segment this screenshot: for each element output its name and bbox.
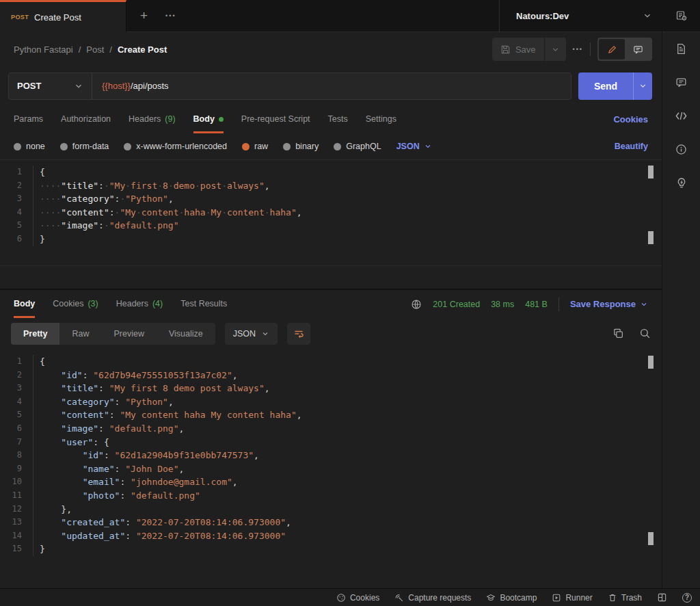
pull-request-button[interactable] [662,166,700,200]
edit-mode-button[interactable] [599,39,625,60]
tab-authorization[interactable]: Authorization [61,105,111,133]
url-input[interactable]: {{host}}/api/posts [92,81,178,91]
code-line: 1{ [0,166,662,179]
response-tab-body[interactable]: Body [14,290,35,318]
tab-settings[interactable]: Settings [366,105,396,133]
view-visualize[interactable]: Visualize [157,323,215,345]
status-code[interactable]: 201 Created [433,300,480,309]
code-snippet-button[interactable] [662,99,700,133]
body-type-none[interactable]: none [14,142,45,151]
tab-headers[interactable]: Headers(9) [129,105,176,133]
code-line: 11 "photo": "default.png" [0,489,662,503]
language-select[interactable]: JSON [396,142,432,151]
search-icon[interactable] [639,328,651,339]
line-number: 8 [0,449,33,462]
new-tab-button[interactable]: + [140,8,148,23]
globe-icon[interactable] [411,299,422,310]
statusbar-panel-layout[interactable] [657,592,667,603]
line-number: 2 [0,369,33,382]
statusbar-bootcamp[interactable]: Bootcamp [486,593,537,603]
body-type-binary[interactable]: binary [283,142,319,151]
panel-layout-icon [657,592,667,603]
tab-pre-request-script[interactable]: Pre-request Script [241,105,310,133]
view-pretty[interactable]: Pretty [11,323,59,345]
request-more-button[interactable]: ••• [573,46,583,53]
breadcrumb-request-name[interactable]: Create Post [118,44,167,55]
copy-icon[interactable] [612,328,624,339]
tab-tests[interactable]: Tests [328,105,348,133]
body-type-raw[interactable]: raw [242,142,268,151]
line-number: 10 [0,475,33,489]
comments-button[interactable] [625,39,651,60]
response-tabs: Body Cookies(3) Headers(4) Test Results … [0,290,662,318]
url-variable: {{host}} [102,81,131,91]
response-time[interactable]: 38 ms [491,300,514,309]
save-icon [500,44,511,55]
statusbar-capture-requests[interactable]: Capture requests [394,593,471,603]
statusbar-cookies[interactable]: Cookies [336,593,379,603]
breadcrumb[interactable]: Python Fastapi / Post / Create Post [14,44,167,55]
send-options-button[interactable] [633,73,652,100]
cookies-link[interactable]: Cookies [613,114,648,124]
response-tab-headers[interactable]: Headers(4) [116,290,163,318]
send-button[interactable]: Send [578,81,633,92]
tab-options-button[interactable]: ••• [165,12,176,19]
method-select[interactable]: POST [9,73,92,99]
save-label: Save [515,44,536,55]
response-toolbar: Pretty Raw Preview Visualize JSON [0,318,662,349]
cookies-count: (3) [88,299,98,308]
documentation-button[interactable] [662,32,700,66]
beautify-link[interactable]: Beautify [615,142,648,151]
documentation-icon [675,43,687,55]
tab-body[interactable]: Body [193,105,224,133]
statusbar-trash[interactable]: Trash [608,593,642,603]
comments-sidebar-button[interactable] [662,66,700,99]
environment-quick-look-button[interactable] [662,0,700,32]
save-response-button[interactable]: Save Response [570,299,648,309]
line-number: 5 [0,219,33,233]
method-badge: POST [11,14,29,21]
chevron-down-icon [74,81,83,91]
request-header: Python Fastapi / Post / Create Post Save… [0,32,662,66]
line-number: 7 [0,436,33,449]
body-type-urlencoded[interactable]: x-www-form-urlencoded [124,142,227,151]
editor-scrollbar-area[interactable] [0,266,662,289]
statusbar-runner[interactable]: Runner [552,593,592,603]
line-number: 12 [0,503,33,516]
response-tab-test-results[interactable]: Test Results [180,290,227,318]
code-line: 5····"image":·"default.png" [0,219,662,233]
response-size[interactable]: 481 B [525,300,548,309]
chevron-down-icon [643,11,652,21]
body-type-graphql[interactable]: GraphQL [334,142,381,151]
statusbar-help[interactable]: ? [682,593,692,603]
environment-selector[interactable]: Natours:Dev [499,0,662,31]
breadcrumb-folder[interactable]: Post [86,44,104,55]
line-number: 11 [0,489,33,503]
headers-count: (4) [152,299,163,308]
response-format-select[interactable]: JSON [225,323,278,345]
url-row: POST {{host}}/api/posts Send [0,66,662,105]
radio-icon [124,143,131,150]
save-options-button[interactable] [545,38,566,61]
wrap-lines-button[interactable] [287,323,310,345]
line-number: 4 [0,395,33,409]
code-line: 15} [0,542,662,556]
request-body-editor[interactable]: 1{2····"title":·"My·first·8·demo·post·al… [0,159,662,266]
request-tab-create-post[interactable]: POST Create Post [0,0,126,32]
chevron-down-icon [640,300,648,308]
edit-comment-toggle [597,38,652,61]
view-raw[interactable]: Raw [59,323,101,345]
save-button[interactable]: Save [492,38,544,61]
breadcrumb-collection[interactable]: Python Fastapi [14,44,73,55]
tab-params[interactable]: Params [14,105,43,133]
view-preview[interactable]: Preview [101,323,156,345]
body-type-form-data[interactable]: form-data [60,142,109,151]
line-number: 5 [0,408,33,422]
code-line: 1{ [0,355,662,369]
info-button[interactable] [662,133,700,166]
divider [590,42,591,56]
response-body-editor[interactable]: 1{2 "id": "62d7b94e75551053f13a7c02",3 "… [0,349,662,588]
code-line: 5 "content": "My content haha My content… [0,408,662,422]
response-tab-cookies[interactable]: Cookies(3) [53,290,98,318]
line-number: 3 [0,192,33,206]
